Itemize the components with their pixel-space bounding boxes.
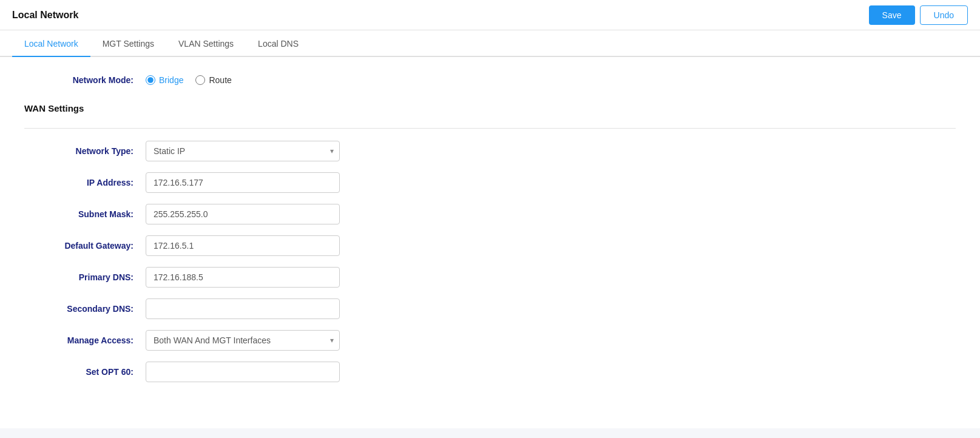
toolbar-buttons: Save Undo <box>869 5 968 25</box>
default-gateway-label: Default Gateway: <box>24 241 146 251</box>
tab-vlan-settings[interactable]: VLAN Settings <box>166 30 246 57</box>
tab-bar: Local Network MGT Settings VLAN Settings… <box>0 30 980 57</box>
primary-dns-label: Primary DNS: <box>24 272 146 282</box>
ip-address-label: IP Address: <box>24 178 146 187</box>
set-opt60-row: Set OPT 60: <box>24 362 956 382</box>
radio-bridge-input[interactable] <box>146 75 155 85</box>
manage-access-row: Manage Access: Both WAN And MGT Interfac… <box>24 330 956 351</box>
network-mode-label: Network Mode: <box>24 75 146 85</box>
secondary-dns-row: Secondary DNS: <box>24 298 956 319</box>
manage-access-label: Manage Access: <box>24 335 146 345</box>
radio-route-label: Route <box>209 75 231 85</box>
ip-address-input[interactable] <box>146 172 340 193</box>
set-opt60-input[interactable] <box>146 362 340 382</box>
tab-local-dns[interactable]: Local DNS <box>246 30 311 57</box>
radio-route-input[interactable] <box>195 75 205 85</box>
set-opt60-label: Set OPT 60: <box>24 367 146 377</box>
network-type-select-wrapper: Static IP DHCP PPPoE ▾ <box>146 141 340 161</box>
undo-button[interactable]: Undo <box>920 5 968 25</box>
network-type-row: Network Type: Static IP DHCP PPPoE ▾ <box>24 141 956 161</box>
tab-mgt-settings[interactable]: MGT Settings <box>90 30 166 57</box>
secondary-dns-label: Secondary DNS: <box>24 304 146 314</box>
secondary-dns-input[interactable] <box>146 298 340 319</box>
page-title: Local Network <box>12 10 78 21</box>
top-bar: Local Network Save Undo <box>0 0 980 30</box>
subnet-mask-row: Subnet Mask: <box>24 204 956 224</box>
network-type-label: Network Type: <box>24 146 146 156</box>
default-gateway-row: Default Gateway: <box>24 235 956 256</box>
main-content: Network Mode: Bridge Route WAN Settings … <box>0 57 980 428</box>
subnet-mask-input[interactable] <box>146 204 340 224</box>
radio-bridge-label: Bridge <box>159 75 183 85</box>
wan-settings-section: WAN Settings Network Type: Static IP DHC… <box>24 103 956 382</box>
radio-bridge[interactable]: Bridge <box>146 75 183 85</box>
tab-local-network[interactable]: Local Network <box>12 30 90 57</box>
network-mode-row: Network Mode: Bridge Route <box>24 75 956 85</box>
network-type-select[interactable]: Static IP DHCP PPPoE <box>146 141 340 161</box>
subnet-mask-label: Subnet Mask: <box>24 209 146 219</box>
primary-dns-row: Primary DNS: <box>24 267 956 288</box>
section-divider <box>24 128 956 129</box>
wan-settings-title: WAN Settings <box>24 103 956 118</box>
default-gateway-input[interactable] <box>146 235 340 256</box>
network-mode-options: Bridge Route <box>146 75 232 85</box>
save-button[interactable]: Save <box>869 5 915 25</box>
ip-address-row: IP Address: <box>24 172 956 193</box>
manage-access-select-wrapper: Both WAN And MGT Interfaces WAN Interfac… <box>146 330 340 351</box>
radio-route[interactable]: Route <box>195 75 231 85</box>
manage-access-select[interactable]: Both WAN And MGT Interfaces WAN Interfac… <box>146 330 340 351</box>
primary-dns-input[interactable] <box>146 267 340 288</box>
